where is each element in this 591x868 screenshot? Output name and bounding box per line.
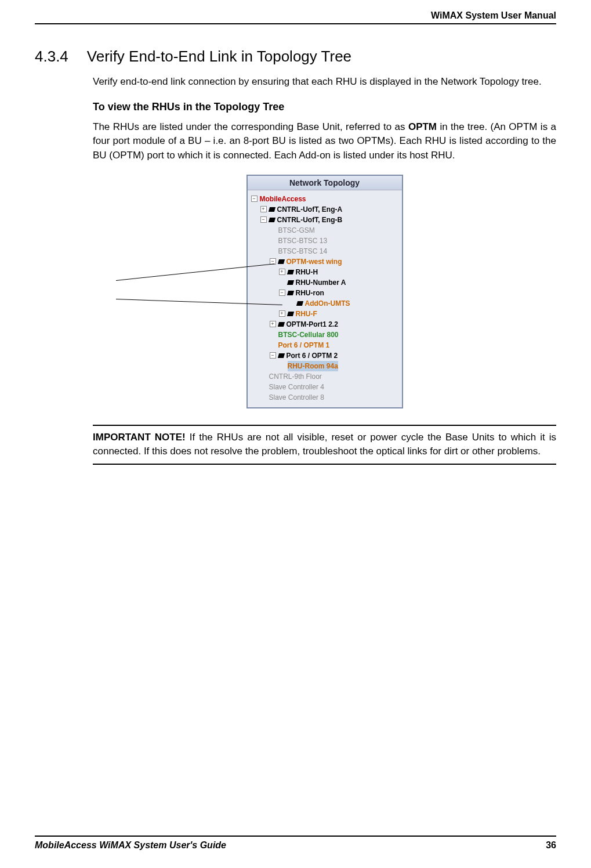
plus-icon[interactable]: + (279, 269, 285, 275)
tree-label-selected: RHU-Room 94a (288, 361, 338, 371)
tree-label: CNTRL-UofT, Eng-B (277, 215, 343, 225)
plus-icon[interactable]: + (270, 321, 276, 327)
tree-node-btsc-gsm[interactable]: BTSC-GSM (251, 225, 400, 236)
tree-node-rhu-h[interactable]: + RHU-H (251, 267, 400, 277)
tree-label: BTSC-BTSC 14 (278, 246, 328, 256)
footer: MobileAccess WiMAX System User's Guide 3… (35, 836, 556, 851)
tree-label: Slave Controller 8 (269, 392, 324, 403)
tree-label: BTSC-BTSC 13 (278, 236, 328, 246)
topology-title: Network Topology (248, 176, 402, 190)
flag-icon (277, 353, 284, 358)
figure-wrap: Network Topology − MobileAccess + CNTRL-… (93, 175, 556, 408)
topology-panel: Network Topology − MobileAccess + CNTRL-… (246, 175, 403, 408)
important-note-box: IMPORTANT NOTE! If the RHUs are not all … (93, 425, 556, 465)
flag-icon (268, 218, 275, 222)
tree-node-rhu-room94a[interactable]: RHU-Room 94a (251, 361, 400, 371)
tree-node-addon-umts[interactable]: AddOn-UMTS (251, 298, 400, 309)
tree-node-rhu-number-a[interactable]: RHU-Number A (251, 277, 400, 288)
plus-icon[interactable]: + (260, 206, 267, 212)
flag-icon (268, 207, 275, 212)
tree-label: BTSC-GSM (278, 225, 315, 236)
tree-node-slave4[interactable]: Slave Controller 4 (251, 382, 400, 392)
minus-icon[interactable]: − (279, 290, 285, 296)
section-title: Verify End-to-End Link in Topology Tree (87, 48, 351, 66)
tree-node-cntrl-b[interactable]: − CNTRL-UofT, Eng-B (251, 215, 400, 225)
flag-icon (287, 312, 293, 316)
page-number: 36 (546, 840, 556, 851)
header-rule (35, 23, 556, 24)
para2-pre: The RHUs are listed under the correspond… (93, 121, 408, 132)
tree-label: RHU-ron (296, 288, 324, 298)
para2-bold: OPTM (408, 121, 437, 132)
section-number: 4.3.4 (35, 48, 68, 66)
section-heading-row: 4.3.4 Verify End-to-End Link in Topology… (35, 48, 556, 66)
tree-label: CNTRL-9th Floor (269, 371, 322, 382)
tree-label: RHU-F (296, 309, 317, 319)
minus-icon[interactable]: − (260, 216, 267, 223)
flag-icon (287, 270, 293, 274)
tree-node-optm-port1[interactable]: + OPTM-Port1 2.2 (251, 319, 400, 330)
tree-node-btsc-14[interactable]: BTSC-BTSC 14 (251, 246, 400, 256)
tree-label: Port 6 / OPTM 2 (287, 350, 338, 361)
tree-label: OPTM-west wing (287, 256, 342, 267)
topology-tree[interactable]: − MobileAccess + CNTRL-UofT, Eng-A − CNT… (248, 190, 402, 407)
tree-label: BTSC-Cellular 800 (278, 330, 339, 340)
tree-node-btsc-cellular[interactable]: BTSC-Cellular 800 (251, 330, 400, 340)
body-content: Verify end-to-end link connection by ens… (93, 75, 556, 465)
note-label: IMPORTANT NOTE! (93, 432, 186, 443)
tree-node-port6-optm1[interactable]: Port 6 / OPTM 1 (251, 340, 400, 350)
header-title: WiMAX System User Manual (35, 0, 556, 23)
tree-node-rhu-ron[interactable]: − RHU-ron (251, 288, 400, 298)
sub-heading: To view the RHUs in the Topology Tree (93, 101, 556, 113)
tree-label: CNTRL-UofT, Eng-A (277, 204, 343, 215)
footer-guide-title: MobileAccess WiMAX System User's Guide (35, 840, 226, 851)
note-paragraph: IMPORTANT NOTE! If the RHUs are not all … (93, 431, 556, 459)
minus-icon[interactable]: − (270, 352, 276, 359)
tree-label: RHU-Number A (296, 277, 346, 288)
flag-icon (296, 301, 303, 306)
tree-label: AddOn-UMTS (305, 298, 350, 309)
tree-label: OPTM-Port1 2.2 (287, 319, 338, 330)
tree-node-btsc-13[interactable]: BTSC-BTSC 13 (251, 236, 400, 246)
tree-node-slave8[interactable]: Slave Controller 8 (251, 392, 400, 403)
plus-icon[interactable]: + (279, 310, 285, 317)
tree-node-rhu-f[interactable]: + RHU-F (251, 309, 400, 319)
flag-icon (287, 280, 293, 285)
body-paragraph: The RHUs are listed under the correspond… (93, 120, 556, 163)
intro-paragraph: Verify end-to-end link connection by ens… (93, 75, 556, 89)
tree-label: Port 6 / OPTM 1 (278, 340, 330, 350)
tree-node-optm-west[interactable]: − OPTM-west wing (251, 256, 400, 267)
tree-node-root[interactable]: − MobileAccess (251, 194, 400, 204)
flag-icon (277, 322, 284, 327)
flag-icon (287, 291, 293, 295)
footer-rule (35, 836, 556, 837)
tree-node-port6-optm2[interactable]: − Port 6 / OPTM 2 (251, 350, 400, 361)
tree-label: Slave Controller 4 (269, 382, 324, 392)
tree-node-cntrl-9th[interactable]: CNTRL-9th Floor (251, 371, 400, 382)
minus-icon[interactable]: − (251, 196, 258, 202)
tree-node-cntrl-a[interactable]: + CNTRL-UofT, Eng-A (251, 204, 400, 215)
flag-icon (277, 259, 284, 264)
tree-label: RHU-H (296, 267, 318, 277)
tree-label: MobileAccess (260, 194, 306, 204)
